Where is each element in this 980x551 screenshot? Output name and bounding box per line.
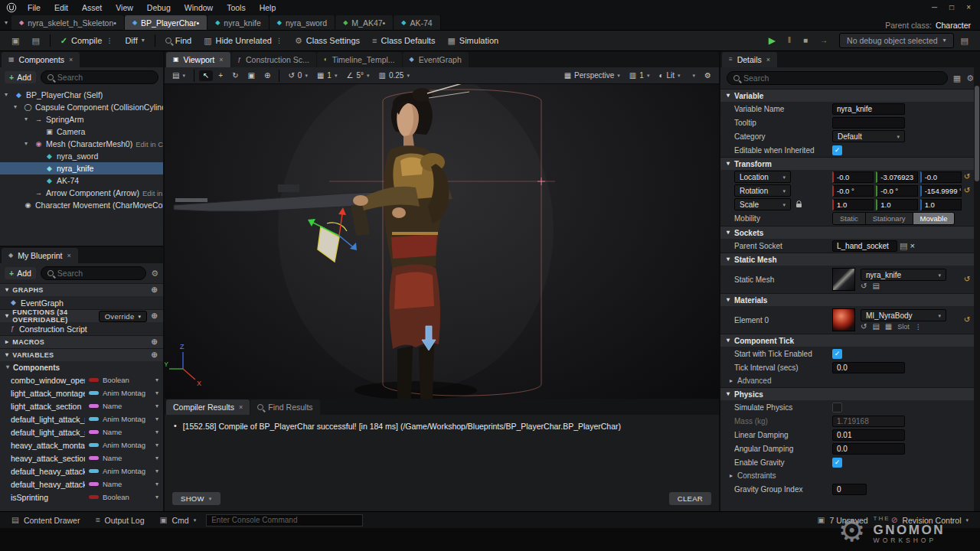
save-button[interactable]: ▣ (6, 34, 24, 48)
details-search-input[interactable] (743, 73, 941, 83)
scale-snap-button[interactable]: ▥ 0.25 ▾ (374, 70, 413, 81)
material-dropdown[interactable]: MI_NyraBody ▾ (861, 309, 946, 321)
advanced-expander[interactable]: ▸ Advanced (720, 374, 974, 387)
function-construction-script[interactable]: ƒ Construction Script (0, 322, 163, 335)
variables-group-components[interactable]: ▾ Components (0, 361, 163, 373)
asset-tab-nyra-knife[interactable]: ◆ nyra_knife (207, 15, 270, 30)
variable-row[interactable]: default_heavy_attack_sec Name ▾ (0, 478, 163, 491)
variable-row[interactable]: light_attack_section Name ▾ (0, 399, 163, 412)
clear-button[interactable]: CLEAR (669, 492, 711, 505)
section-physics[interactable]: ▾ Physics (720, 387, 974, 400)
add-function-icon[interactable]: ⊕ (151, 312, 158, 320)
select-tool-button[interactable]: ↖ (199, 70, 213, 81)
tab-list-icon[interactable]: ▾ (3, 20, 11, 30)
location-y-field[interactable]: -3.076923 (876, 171, 917, 183)
linear-damping-field[interactable]: 0.01 (832, 429, 905, 441)
minimize-icon[interactable]: ─ (932, 4, 937, 11)
tab-components[interactable]: ▦ Components × (2, 52, 80, 67)
hide-unrelated-options-icon[interactable]: ⋮ (276, 37, 283, 44)
caret-down-icon[interactable]: ▾ (155, 416, 158, 422)
my-blueprint-searchbox[interactable] (41, 266, 146, 280)
eject-button[interactable]: → (815, 34, 833, 47)
tree-row-selected[interactable]: ◆ nyra_knife (0, 162, 163, 174)
simulate-physics-checkbox[interactable] (832, 403, 842, 412)
tree-row[interactable]: ▣ Camera (0, 126, 163, 138)
variable-row[interactable]: heavy_attack_montage Anim Montag ▾ (0, 439, 163, 452)
section-variable[interactable]: ▾ Variable (720, 89, 974, 102)
components-searchbox[interactable] (41, 70, 158, 84)
compiler-log[interactable]: • [1552.58] Compile of BP_PlayerChar suc… (165, 415, 719, 492)
scale-y-field[interactable]: 1.0 (876, 199, 917, 210)
menu-view[interactable]: View (109, 2, 139, 14)
variable-row[interactable]: default_light_attack_mon Anim Montag ▾ (0, 412, 163, 425)
tree-row[interactable]: ▾ ◉ Mesh (CharacterMesh0) Edit in C++ (0, 138, 163, 150)
scale-x-field[interactable]: 1.0 (832, 199, 874, 210)
location-dropdown[interactable]: Location ▾ (734, 171, 791, 183)
add-blueprint-item-button[interactable]: + Add (5, 267, 36, 279)
functions-section-header[interactable]: ▾ FUNCTIONS (34 OVERRIDABLE) Override ▾ … (0, 309, 163, 322)
rotation-x-field[interactable]: -0.0 ° (832, 185, 874, 197)
reset-static-mesh-icon[interactable]: ↺ (962, 276, 972, 283)
show-flags-dropdown[interactable]: ▾ (686, 71, 700, 80)
expander-icon[interactable]: ▾ (24, 141, 31, 147)
section-sockets[interactable]: ▾ Sockets (720, 226, 974, 239)
grid-snap-button[interactable]: ▦ 1 ▾ (313, 70, 341, 81)
macros-section-header[interactable]: ▸ MACROS ⊕ (0, 335, 163, 348)
scale-dropdown[interactable]: Scale ▾ (734, 198, 791, 210)
perspective-dropdown[interactable]: ▦ Perspective ▾ (560, 70, 624, 81)
maximize-icon[interactable]: □ (949, 4, 954, 11)
section-static-mesh[interactable]: ▾ Static Mesh (720, 253, 974, 266)
graphs-section-header[interactable]: ▾ GRAPHS ⊕ (0, 283, 163, 296)
window-close-icon[interactable]: × (966, 4, 971, 11)
location-x-field[interactable]: -0.0 (832, 171, 874, 183)
mobility-static-button[interactable]: Static (833, 213, 866, 224)
asset-tab-ak74[interactable]: ◆ AK-74 (394, 15, 440, 30)
tab-eventgraph[interactable]: ◆ EventGraph (403, 52, 469, 67)
menu-help[interactable]: Help (253, 2, 283, 14)
show-filter-button[interactable]: SHOW ▾ (172, 492, 220, 505)
add-component-button[interactable]: + Add (5, 71, 36, 83)
tab-construction-script[interactable]: ƒ Construction Sc... (231, 52, 316, 67)
tree-row[interactable]: ◉ Character Movement (CharMoveComp) Ed (0, 199, 163, 211)
scale-tool-button[interactable]: ▣ (244, 70, 259, 81)
static-mesh-dropdown[interactable]: nyra_knife ▾ (861, 269, 946, 281)
hide-unrelated-button[interactable]: ▥ Hide Unrelated ⋮ (198, 33, 288, 48)
angular-damping-field[interactable]: 0.0 (832, 443, 905, 455)
caret-down-icon[interactable]: ▾ (155, 403, 158, 409)
close-icon[interactable]: × (239, 404, 243, 411)
frame-skip-button[interactable]: ‖ (782, 34, 796, 47)
caret-down-icon[interactable]: ▾ (155, 455, 158, 461)
move-tool-button[interactable]: + (214, 70, 227, 81)
mobility-movable-button[interactable]: Movable (913, 213, 955, 224)
static-mesh-thumbnail[interactable] (832, 268, 855, 291)
enable-gravity-checkbox[interactable]: ✓ (832, 458, 842, 468)
variable-row[interactable]: heavy_attack_section Name ▾ (0, 452, 163, 465)
console-command-box[interactable] (206, 514, 363, 527)
world-local-toggle[interactable]: ⊕ (260, 70, 274, 81)
tree-row[interactable]: ▾ → SpringArm (0, 113, 163, 126)
edit-in-cpp-link[interactable]: Edit in C++ (136, 140, 163, 148)
caret-down-icon[interactable]: ▾ (155, 481, 158, 487)
caret-down-icon[interactable]: ▾ (155, 442, 158, 448)
expander-icon[interactable]: ▾ (5, 92, 11, 98)
variable-row[interactable]: default_light_attack_secti Name ▾ (0, 425, 163, 439)
console-command-input[interactable] (211, 516, 358, 524)
variables-section-header[interactable]: ▾ VARIABLES ⊕ (0, 348, 163, 361)
settings-gear-icon[interactable]: ⚙ (966, 74, 974, 83)
material-options-icon[interactable]: ▦ (885, 323, 892, 331)
menu-debug[interactable]: Debug (141, 2, 177, 14)
section-component-tick[interactable]: ▾ Component Tick (720, 334, 974, 347)
add-variable-icon[interactable]: ⊕ (151, 351, 158, 359)
rotation-dropdown[interactable]: Rotation ▾ (734, 184, 791, 197)
caret-down-icon[interactable]: ▾ (155, 468, 158, 474)
add-macro-icon[interactable]: ⊕ (151, 338, 158, 346)
camera-settings-button[interactable]: ⚙ (701, 70, 715, 81)
cmd-dropdown[interactable]: ▣ Cmd ▾ (155, 514, 202, 527)
menu-file[interactable]: File (21, 2, 47, 14)
menu-asset[interactable]: Asset (76, 2, 108, 14)
section-transform[interactable]: ▾ Transform (720, 157, 974, 170)
play-button[interactable]: ▶ (763, 33, 781, 48)
parent-class-value[interactable]: Character (936, 21, 971, 30)
close-icon[interactable]: × (69, 57, 73, 64)
diff-button[interactable]: Diff ▾ (119, 33, 149, 48)
